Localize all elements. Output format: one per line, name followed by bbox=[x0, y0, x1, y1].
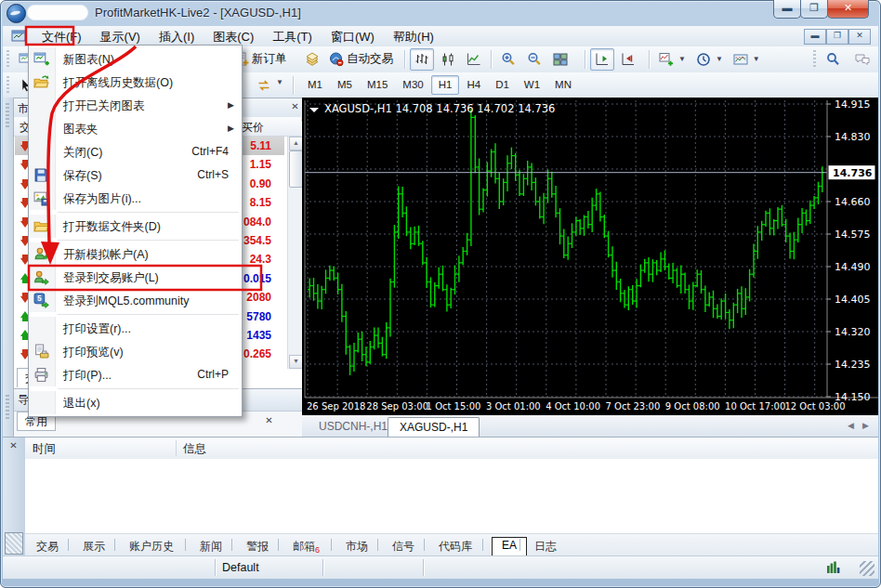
tile-windows-button[interactable] bbox=[548, 48, 572, 71]
terminal-tab-6[interactable]: 邮箱6 bbox=[287, 537, 325, 555]
chevron-down-icon[interactable]: ▼ bbox=[276, 72, 283, 93]
bid-column-header[interactable]: 买价 bbox=[242, 120, 264, 136]
symbol-pairs-button[interactable] bbox=[252, 74, 276, 97]
timeframe-d1[interactable]: D1 bbox=[488, 75, 517, 95]
history-center-button[interactable] bbox=[300, 48, 324, 71]
menu-item-4[interactable]: 工具(T) bbox=[263, 26, 322, 46]
terminal-tab-1[interactable]: 交易 bbox=[31, 537, 64, 555]
dock-grip[interactable] bbox=[6, 103, 9, 127]
new-order-label[interactable]: 新订单 bbox=[252, 48, 287, 69]
scrollbar-thumb[interactable] bbox=[289, 150, 303, 188]
timeframe-h1[interactable]: H1 bbox=[431, 75, 460, 95]
bars-chart-button[interactable] bbox=[410, 48, 434, 71]
file-menu-item-8[interactable]: 打开数据文件夹(D) bbox=[29, 215, 242, 238]
terminal-tab-10[interactable]: EA bbox=[492, 537, 527, 556]
zoom-out-button[interactable] bbox=[522, 48, 546, 71]
file-menu-item-6[interactable]: 保存(S)Ctrl+S bbox=[29, 163, 242, 187]
dock-grip[interactable] bbox=[6, 395, 9, 419]
toolbar-grip[interactable] bbox=[7, 76, 9, 95]
file-menu-item-15[interactable]: 退出(x) bbox=[29, 391, 242, 414]
search-button[interactable] bbox=[821, 48, 845, 71]
file-menu-item-1[interactable]: 新图表(N) bbox=[29, 47, 242, 71]
file-menu-item-4[interactable]: 图表夹▶ bbox=[29, 117, 242, 140]
chart-window[interactable]: 14.91514.83014.66014.57514.49014.40514.3… bbox=[302, 98, 878, 415]
tab-scroll-left-icon[interactable]: ◀ bbox=[848, 421, 854, 430]
file-menu-item-11[interactable]: 5登录到MQL5.community bbox=[29, 289, 242, 312]
terminal-tab-2[interactable]: 展示 bbox=[77, 537, 111, 555]
zoom-in-button[interactable] bbox=[496, 48, 520, 71]
templates-button[interactable] bbox=[730, 48, 752, 71]
terminal-tab-3[interactable]: 账户历史 bbox=[124, 537, 179, 555]
terminal-tab-11[interactable]: 日志 bbox=[529, 537, 562, 555]
scroll-up-icon[interactable]: ▲ bbox=[289, 137, 303, 150]
chat-button[interactable] bbox=[850, 48, 874, 71]
menu-item-2[interactable]: 插入(I) bbox=[150, 26, 204, 46]
column-divider[interactable] bbox=[176, 440, 177, 456]
file-menu-item-12[interactable]: 打印设置(r)... bbox=[29, 317, 242, 340]
mdi-minimize-button[interactable]: ▬ bbox=[804, 29, 826, 45]
file-menu-item-5[interactable]: 关闭(C)Ctrl+F4 bbox=[29, 140, 242, 163]
file-menu-item-2[interactable]: 打开离线历史数据(O) bbox=[29, 71, 242, 94]
autotrading-label[interactable]: 自动交易 bbox=[347, 48, 393, 69]
menu-item-5[interactable]: 窗口(W) bbox=[322, 26, 384, 46]
indicators-button[interactable] bbox=[655, 48, 677, 71]
file-menu-item-7[interactable]: 保存为图片(i)... bbox=[29, 187, 242, 210]
file-menu-item-13[interactable]: 打印预览(v) bbox=[29, 340, 242, 363]
file-menu-item-14[interactable]: 打印(P)...Ctrl+P bbox=[29, 363, 242, 386]
menu-item-6[interactable]: 帮助(H) bbox=[384, 26, 443, 46]
close-icon[interactable]: ✕ bbox=[7, 440, 20, 452]
terminal-tab-8[interactable]: 信号 bbox=[387, 537, 420, 555]
scrollbar[interactable]: ▲ ▼ bbox=[287, 137, 302, 369]
autotrading-icon-button[interactable] bbox=[324, 48, 348, 71]
close-icon[interactable]: ✕ bbox=[263, 415, 275, 427]
shift-end-button[interactable] bbox=[616, 48, 640, 71]
svg-text:1 Oct 15:00: 1 Oct 15:00 bbox=[427, 401, 481, 412]
timeframe-m5[interactable]: M5 bbox=[330, 75, 360, 95]
chevron-down-icon[interactable]: ▼ bbox=[678, 49, 686, 70]
file-menu-item-10-login-trade-account[interactable]: 登录到交易账户(L) bbox=[29, 266, 242, 289]
menu-item-3[interactable]: 图表(C) bbox=[204, 26, 263, 46]
bid-price: 0.90 bbox=[250, 177, 271, 190]
tab-scroll-right-icon[interactable]: ▶ bbox=[862, 421, 869, 430]
terminal-tab-5[interactable]: 警报 bbox=[241, 537, 274, 555]
periods-clock-button[interactable] bbox=[692, 48, 715, 71]
file-menu-item-3[interactable]: 打开已关闭图表▶ bbox=[29, 94, 242, 117]
line-chart-button[interactable] bbox=[462, 48, 486, 71]
terminal-tab-4[interactable]: 新闻 bbox=[194, 537, 228, 555]
status-divider bbox=[215, 559, 216, 576]
timeframe-mn[interactable]: MN bbox=[547, 75, 579, 95]
timeframe-h4[interactable]: H4 bbox=[459, 75, 488, 95]
time-column-header[interactable]: 时间 bbox=[33, 441, 56, 457]
terminal-tab-9[interactable]: 代码库 bbox=[433, 537, 478, 555]
timeframe-m1[interactable]: M1 bbox=[300, 75, 330, 95]
menu-item-1[interactable]: 显示(V) bbox=[91, 26, 150, 46]
price-chart[interactable]: 14.91514.83014.66014.57514.49014.40514.3… bbox=[302, 98, 878, 415]
account-new-icon bbox=[33, 246, 49, 262]
chevron-down-icon[interactable]: ▼ bbox=[753, 49, 760, 70]
resize-grip[interactable] bbox=[860, 561, 874, 576]
message-column-header[interactable]: 信息 bbox=[183, 441, 206, 457]
status-profile[interactable]: Default bbox=[222, 561, 259, 574]
mdi-close-button[interactable]: ✕ bbox=[848, 29, 871, 45]
scroll-down-icon[interactable]: ▼ bbox=[289, 355, 303, 369]
candles-chart-button[interactable] bbox=[436, 48, 460, 71]
dock-handle-icon[interactable] bbox=[5, 532, 23, 555]
menu-file[interactable]: 文件(F) bbox=[33, 26, 91, 46]
timeframe-m15[interactable]: M15 bbox=[360, 75, 395, 95]
tab-separator bbox=[231, 539, 232, 551]
minimize-button[interactable]: ▬ bbox=[773, 0, 801, 19]
close-icon[interactable]: ✕ bbox=[289, 101, 301, 113]
file-menu-item-9[interactable]: 开新模拟帐户(A) bbox=[29, 242, 242, 266]
close-button[interactable]: ✕ bbox=[827, 0, 869, 19]
timeframe-m30[interactable]: M30 bbox=[395, 75, 430, 95]
toolbar-grip[interactable] bbox=[7, 50, 9, 69]
chevron-down-icon[interactable]: ▼ bbox=[716, 49, 723, 70]
mdi-restore-button[interactable]: ❐ bbox=[826, 29, 848, 45]
chart-tab-1[interactable]: USDCNH-,H1 bbox=[308, 417, 399, 438]
restore-button[interactable]: ❐ bbox=[800, 0, 828, 19]
terminal-tab-7[interactable]: 市场 bbox=[340, 537, 374, 555]
svg-text:26 Sep 2018: 26 Sep 2018 bbox=[307, 401, 365, 412]
shift-chart-button[interactable] bbox=[590, 48, 614, 71]
toolbar-grip[interactable] bbox=[813, 50, 816, 69]
timeframe-w1[interactable]: W1 bbox=[517, 75, 547, 95]
